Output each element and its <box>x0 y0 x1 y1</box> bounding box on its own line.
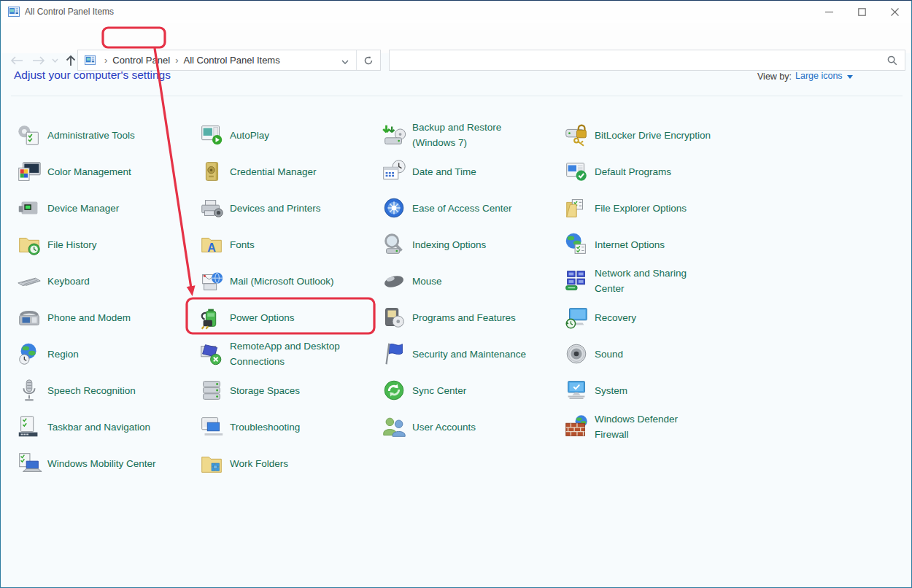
system-icon <box>563 376 590 404</box>
item-system[interactable]: System <box>563 372 741 409</box>
item-label: Keyboard <box>47 274 90 289</box>
forward-arrow-icon <box>32 56 45 65</box>
bitlocker-icon <box>563 121 590 149</box>
item-default-programs[interactable]: Default Programs <box>563 153 741 190</box>
item-label: Phone and Modem <box>47 310 131 325</box>
item-power-options[interactable]: Power Options <box>198 299 376 336</box>
item-bitlocker[interactable]: BitLocker Drive Encryption <box>563 117 741 153</box>
address-bar[interactable]: › Control Panel › All Control Panel Item… <box>77 50 381 71</box>
region-icon <box>15 340 43 368</box>
item-credential-manager[interactable]: Credential Manager <box>198 153 376 190</box>
mouse-icon <box>380 267 408 295</box>
breadcrumb-all-control-panel-items[interactable]: All Control Panel Items <box>183 55 279 66</box>
internet-options-icon <box>563 231 590 258</box>
item-recovery[interactable]: Recovery <box>563 299 741 336</box>
item-security-and-maintenance[interactable]: Security and Maintenance <box>380 336 559 372</box>
item-label: Taskbar and Navigation <box>47 419 150 435</box>
item-date-and-time[interactable]: Date and Time <box>380 153 559 190</box>
item-network-and-sharing-center[interactable]: Network and Sharing Center <box>563 263 741 299</box>
windows-defender-firewall-icon <box>563 413 590 441</box>
item-backup-and-restore[interactable]: Backup and Restore (Windows 7) <box>380 117 559 153</box>
item-label: Devices and Printers <box>230 201 321 216</box>
item-label: User Accounts <box>412 419 476 435</box>
network-and-sharing-center-icon <box>563 267 590 295</box>
item-taskbar-and-navigation[interactable]: Taskbar and Navigation <box>15 409 194 445</box>
item-speech-recognition[interactable]: Speech Recognition <box>15 372 194 409</box>
item-internet-options[interactable]: Internet Options <box>563 226 741 263</box>
item-file-explorer-options[interactable]: File Explorer Options <box>563 190 741 226</box>
item-sync-center[interactable]: Sync Center <box>380 372 559 409</box>
item-phone-and-modem[interactable]: Phone and Modem <box>15 299 194 336</box>
item-storage-spaces[interactable]: Storage Spaces <box>198 372 376 409</box>
back-arrow-icon <box>10 56 23 65</box>
item-label: Security and Maintenance <box>412 347 526 362</box>
minimize-button[interactable] <box>813 1 846 23</box>
item-label: Administrative Tools <box>47 128 135 143</box>
item-device-manager[interactable]: Device Manager <box>15 190 194 226</box>
item-windows-mobility-center[interactable]: Windows Mobility Center <box>15 445 194 481</box>
forward-button[interactable] <box>30 53 47 69</box>
item-remoteapp[interactable]: RemoteApp and Desktop Connections <box>198 336 376 372</box>
default-programs-icon <box>563 158 590 185</box>
item-user-accounts[interactable]: User Accounts <box>380 409 559 445</box>
window-title: All Control Panel Items <box>25 7 114 17</box>
item-troubleshooting[interactable]: Troubleshooting <box>198 409 376 445</box>
item-label: Credential Manager <box>230 164 317 179</box>
item-administrative-tools[interactable]: Administrative Tools <box>15 117 194 153</box>
address-dropdown-button[interactable] <box>334 54 356 67</box>
search-box <box>389 50 905 71</box>
backup-and-restore-icon <box>380 121 408 149</box>
item-color-management[interactable]: Color Management <box>15 153 194 190</box>
svg-text:A: A <box>207 241 216 254</box>
item-devices-and-printers[interactable]: Devices and Printers <box>198 190 376 226</box>
item-fonts[interactable]: AFonts <box>198 226 376 263</box>
item-label: Mouse <box>412 274 442 289</box>
programs-and-features-icon <box>380 303 408 331</box>
device-manager-icon <box>15 194 43 222</box>
maximize-button[interactable] <box>846 1 878 23</box>
chevron-down-icon <box>52 58 58 63</box>
breadcrumb-control-panel[interactable]: Control Panel <box>112 55 170 66</box>
search-input[interactable] <box>390 50 880 70</box>
breadcrumb-separator: › <box>99 55 112 66</box>
keyboard-icon <box>15 267 43 295</box>
item-label: System <box>595 383 627 398</box>
item-keyboard[interactable]: Keyboard <box>15 263 194 299</box>
refresh-icon <box>363 55 374 66</box>
item-label: File History <box>47 237 97 252</box>
title-bar: All Control Panel Items <box>1 1 911 23</box>
indexing-options-icon <box>380 231 408 258</box>
power-options-icon <box>198 303 225 331</box>
color-management-icon <box>15 158 43 185</box>
item-mail[interactable]: Mail (Microsoft Outlook) <box>198 263 376 299</box>
recent-pages-button[interactable] <box>49 53 61 69</box>
control-panel-icon <box>8 6 20 18</box>
item-sound[interactable]: Sound <box>563 336 741 372</box>
item-label: Default Programs <box>595 164 671 179</box>
item-label: Device Manager <box>47 201 119 216</box>
item-autoplay[interactable]: AutoPlay <box>198 117 376 153</box>
item-label: Region <box>47 347 79 362</box>
speech-recognition-icon <box>15 376 43 404</box>
search-icon <box>880 55 905 66</box>
item-mouse[interactable]: Mouse <box>380 263 559 299</box>
up-arrow-icon <box>66 55 76 66</box>
item-work-folders[interactable]: Work Folders <box>198 445 376 481</box>
item-region[interactable]: Region <box>15 336 194 372</box>
item-windows-defender-firewall[interactable]: Windows Defender Firewall <box>563 409 741 445</box>
file-history-icon <box>15 231 43 258</box>
chevron-down-icon <box>341 60 349 64</box>
item-label: Internet Options <box>595 237 665 252</box>
devices-and-printers-icon <box>198 194 225 222</box>
item-indexing-options[interactable]: Indexing Options <box>380 226 559 263</box>
view-by-dropdown[interactable]: Large icons <box>795 71 853 81</box>
close-button[interactable] <box>878 1 911 23</box>
refresh-button[interactable] <box>356 50 380 70</box>
item-file-history[interactable]: File History <box>15 226 194 263</box>
back-button[interactable] <box>8 53 26 69</box>
item-ease-of-access[interactable]: Ease of Access Center <box>380 190 559 226</box>
item-programs-and-features[interactable]: Programs and Features <box>380 299 559 336</box>
item-label: Recovery <box>595 310 636 325</box>
ease-of-access-icon <box>380 194 408 222</box>
item-label: File Explorer Options <box>595 201 687 216</box>
